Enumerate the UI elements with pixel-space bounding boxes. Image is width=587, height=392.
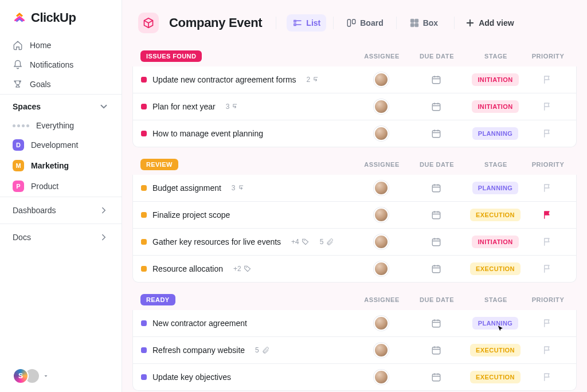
nav-item-goals[interactable]: Goals [0,75,122,94]
stage-badge[interactable]: INITIATION [472,73,518,86]
view-tab-board[interactable]: Board [341,14,389,32]
sidebar: ClickUp Home Notifications Goals Spaces … [0,0,122,392]
assignee-avatar[interactable] [374,126,389,141]
project-title: Company Event [169,15,262,30]
sidebar-space-marketing[interactable]: M Marketing [0,155,122,176]
assignee-avatar[interactable] [374,207,389,222]
sidebar-item-everything[interactable]: Everything [0,116,122,135]
assignee-avatar[interactable] [374,316,389,331]
view-tab-list[interactable]: List [287,14,326,32]
sidebar-space-development[interactable]: D Development [0,135,122,155]
flag-icon [542,210,553,220]
priority-flag[interactable] [527,101,568,112]
grid-dots-icon [13,124,29,127]
priority-flag[interactable] [527,318,568,328]
stage-badge[interactable]: PLANNING [472,182,519,194]
view-tab-box[interactable]: Box [404,14,444,32]
calendar-icon [431,372,441,382]
avatar-self[interactable]: S [13,368,29,384]
flag-icon [542,128,553,139]
priority-flag[interactable] [527,210,568,220]
assignee-avatar[interactable] [374,72,389,87]
attachment-count[interactable]: 5 [255,346,269,354]
subtask-count[interactable]: 2 [307,76,321,84]
priority-flag[interactable] [527,372,568,382]
task-row[interactable]: Plan for next year 3 INITIATION [132,93,577,120]
assignee-avatar[interactable] [374,343,389,358]
stage-badge[interactable]: PLANNING [472,317,519,330]
subtask-count[interactable]: 3 [226,103,240,111]
assignee-avatar[interactable] [374,99,389,114]
due-date-cell[interactable] [409,210,464,220]
due-date-cell[interactable] [409,75,464,85]
sidebar-space-product[interactable]: P Product [0,176,122,197]
due-date-cell[interactable] [409,318,464,328]
priority-flag[interactable] [527,345,568,355]
spaces-header[interactable]: Spaces [0,94,122,116]
list-view-icon [292,18,303,28]
task-row[interactable]: Update key objectives EXECUTION [132,364,577,391]
task-status-square-icon [141,347,147,353]
task-status-square-icon [141,266,147,272]
sidebar-row-docs[interactable]: Docs [0,224,122,250]
caret-down-icon[interactable] [42,371,49,381]
extra-tags[interactable]: +4 [291,238,310,246]
separator [333,17,334,29]
calendar-icon [431,183,441,193]
col-priority: PRIORITY [527,161,569,168]
add-view-button[interactable]: Add view [465,18,514,28]
stage-badge[interactable]: INITIATION [472,236,518,248]
subtask-count[interactable]: 3 [232,184,246,192]
group-name-pill[interactable]: READY [140,294,175,305]
task-title: Refresh company website [152,346,245,355]
brand[interactable]: ClickUp [0,10,122,36]
plus-icon [465,18,475,28]
assignee-avatar[interactable] [374,370,389,385]
stage-badge[interactable]: EXECUTION [470,262,521,275]
due-date-cell[interactable] [409,372,464,382]
assignee-avatar[interactable] [374,181,389,195]
priority-flag[interactable] [527,75,568,85]
task-row[interactable]: Resource allocation +2 EXECUTION [132,256,577,283]
due-date-cell[interactable] [409,345,464,355]
stage-badge[interactable]: EXECUTION [470,209,521,221]
priority-flag[interactable] [527,264,568,274]
calendar-icon [431,345,441,355]
task-row[interactable]: Gather key resources for live events +4 … [132,229,577,256]
sidebar-row-dashboards[interactable]: Dashboards [0,197,122,224]
due-date-cell[interactable] [409,183,464,193]
col-due: DUE DATE [409,296,464,303]
priority-flag[interactable] [527,183,568,193]
main: Company Event List Board Box Add view [122,0,587,392]
due-date-cell[interactable] [409,101,464,112]
task-row[interactable]: How to manage event planning PLANNING [132,120,577,147]
space-label: Development [31,140,79,150]
calendar-icon [431,210,441,220]
assignee-avatar[interactable] [374,261,389,276]
due-date-cell[interactable] [409,264,464,274]
task-title: New contractor agreement [152,319,247,328]
stage-badge[interactable]: EXECUTION [470,344,521,356]
assignee-avatar[interactable] [374,234,389,249]
extra-tags[interactable]: +2 [233,265,252,273]
nav-item-notifications[interactable]: Notifications [0,55,122,75]
group-name-pill[interactable]: REVIEW [140,159,178,170]
col-stage: STAGE [464,296,527,303]
stage-badge[interactable]: EXECUTION [470,371,521,383]
group-name-pill[interactable]: ISSUES FOUND [140,50,202,62]
task-row[interactable]: Finalize project scope EXECUTION [132,202,577,229]
nav-item-home[interactable]: Home [0,36,122,55]
dash-row-label: Dashboards [13,206,56,215]
task-row[interactable]: Refresh company website 5 EXECUTION [132,337,577,364]
due-date-cell[interactable] [409,128,464,139]
stage-badge[interactable]: INITIATION [472,100,518,113]
priority-flag[interactable] [527,237,568,247]
task-row[interactable]: Budget assignment 3 PLANNING [132,175,577,202]
stage-badge[interactable]: PLANNING [472,127,519,140]
due-date-cell[interactable] [409,237,464,247]
nav-item-label: Goals [30,80,51,89]
priority-flag[interactable] [527,128,568,139]
task-row[interactable]: New contractor agreement PLANNING [132,310,577,337]
attachment-count[interactable]: 5 [320,238,334,246]
task-row[interactable]: Update new contractor agreement forms 2 … [132,66,577,93]
